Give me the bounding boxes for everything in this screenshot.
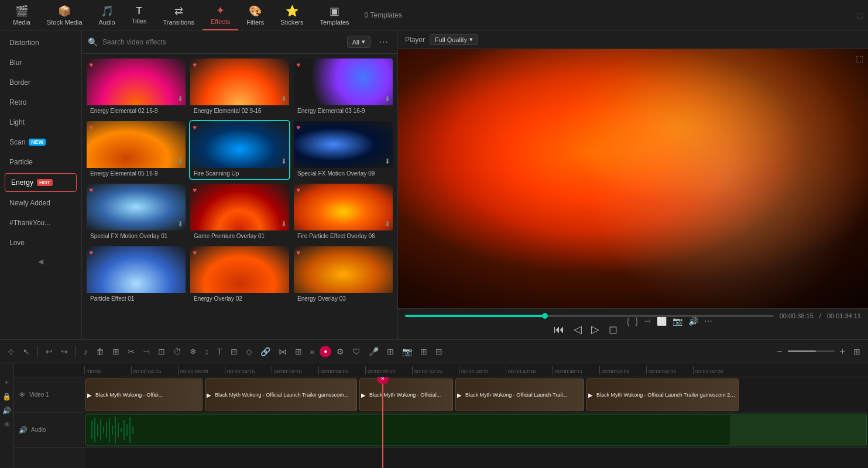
progress-bar[interactable] — [405, 315, 774, 317]
eye-icon[interactable]: 👁 — [4, 421, 11, 429]
effect-card-fire-particle-06[interactable]: ♥ ⬇ Fire Particle Effect Overlay 06 — [294, 184, 393, 242]
fullscreen-icon[interactable]: ⬜ — [657, 316, 667, 326]
mark-in-icon[interactable]: { — [627, 316, 630, 326]
toolbar-templates[interactable]: ▣ Templates — [311, 0, 357, 30]
trim-button[interactable]: ⊣ — [140, 345, 153, 359]
text-button[interactable]: T — [214, 345, 225, 359]
playhead[interactable]: ✕ — [382, 377, 383, 468]
record-button[interactable]: ● — [320, 346, 331, 357]
split-icon[interactable]: ⊣ — [644, 316, 651, 326]
mic-button[interactable]: 🎤 — [366, 345, 382, 359]
crop-button[interactable]: ⊡ — [155, 345, 168, 359]
video-clip[interactable]: ▶ Black Myth Wukong - Official Launch Tr… — [455, 378, 584, 411]
lock-icon[interactable]: 🔒 — [2, 393, 11, 401]
keyframe-button[interactable]: ◇ — [243, 345, 255, 359]
effect-card-energy-02-169[interactable]: ♥ ⬇ Energy Elemental 02 16-9 — [87, 58, 186, 116]
video-clip[interactable]: ▶ Black Myth Wukong - Official Launch Tr… — [586, 378, 739, 411]
effect-card-energy-03-169[interactable]: ♥ ⬇ Energy Elemental 03 16-9 — [294, 58, 393, 116]
transform-button[interactable]: ↕ — [202, 345, 212, 359]
sidebar-item-particle[interactable]: Particle — [0, 152, 81, 172]
sidebar-item-retro[interactable]: Retro — [0, 92, 81, 112]
add-track-icon[interactable]: + — [5, 378, 9, 387]
toolbar-stock[interactable]: 📦 Stock Media — [39, 0, 91, 30]
zoom-bar[interactable] — [788, 350, 835, 352]
toolbar-effects[interactable]: ✦ Effects — [203, 0, 238, 30]
link-button[interactable]: 🔗 — [258, 345, 273, 359]
group-button[interactable]: ⊞ — [109, 345, 122, 359]
sidebar-item-energy[interactable]: Energy HOT — [5, 173, 77, 192]
sidebar-item-thankyou[interactable]: #ThankYou... — [0, 213, 81, 233]
waveform-svg — [86, 415, 730, 445]
progress-handle[interactable] — [542, 313, 548, 319]
effect-card-game-premium-01[interactable]: ♥ ⬇ Game Premium Overlay 01 — [190, 184, 289, 242]
cut-button[interactable]: ✂ — [125, 345, 138, 359]
grid2-button[interactable]: ⊟ — [433, 345, 445, 359]
zoom-out-button[interactable]: − — [774, 344, 785, 359]
track-audio-icon[interactable]: 🔊 — [19, 426, 28, 434]
effect-card-row4-3[interactable]: ♥ Energy Overlay 03 — [294, 246, 393, 304]
more-tools-button[interactable]: » — [307, 345, 318, 359]
video-clip[interactable]: ▶ Black Myth Wukong - Official Launch Tr… — [205, 378, 357, 411]
video-clip[interactable]: ▶ Black Myth Wukong - Offici... — [85, 378, 203, 411]
toolbar-titles[interactable]: T Titles — [123, 0, 155, 30]
multitrack-button[interactable]: ⊞ — [850, 345, 863, 359]
sidebar-item-distortion[interactable]: Distortion — [0, 33, 81, 53]
sidebar-item-newly-added[interactable]: Newly Added — [0, 193, 81, 213]
effect-card-sfx-01[interactable]: ♥ ⬇ Special FX Motion Overlay 01 — [87, 184, 186, 242]
freeze-button[interactable]: ❄ — [187, 345, 200, 359]
settings-button[interactable]: ⚙ — [334, 345, 347, 359]
effects-more-button[interactable]: ⋯ — [375, 35, 392, 49]
play-button[interactable]: ▷ — [591, 323, 599, 336]
stop-button[interactable]: ◻ — [609, 323, 617, 336]
zoom-in-button[interactable]: + — [837, 344, 848, 359]
add-audio-button[interactable]: ♪ — [81, 345, 91, 359]
effect-card-sfx-09[interactable]: ♥ ⬇ Special FX Motion Overlay 09 — [294, 121, 393, 179]
align-button[interactable]: ⊞ — [384, 345, 397, 359]
effects-search-input[interactable] — [102, 38, 342, 46]
snapshot-icon[interactable]: 📷 — [673, 316, 682, 326]
transition-btn[interactable]: ⋈ — [276, 345, 290, 359]
sidebar-item-light[interactable]: Light — [0, 112, 81, 132]
sidebar-item-scan[interactable]: Scan NEW — [0, 132, 81, 152]
effect-card-energy-02-916[interactable]: ♥ ⬇ Energy Elemental 02 9-16 — [190, 58, 289, 116]
delete-button[interactable]: 🗑 — [93, 345, 107, 359]
shield-button[interactable]: 🛡 — [349, 345, 363, 359]
effect-card-row4-2[interactable]: ♥ Energy Overlay 02 — [190, 246, 289, 304]
mark-out-icon[interactable]: } — [636, 316, 639, 326]
volume-icon[interactable]: 🔊 — [688, 316, 698, 326]
quality-select[interactable]: Full Quality ▾ — [430, 34, 478, 45]
select-tool-button[interactable]: ⊹ — [5, 345, 18, 359]
sidebar-collapse-button[interactable]: ◀ — [0, 253, 81, 270]
undo-button[interactable]: ↩ — [43, 345, 56, 359]
step-back-button[interactable]: ◁ — [574, 323, 582, 336]
effects-filter-button[interactable]: All ▾ — [347, 36, 370, 48]
speaker-icon[interactable]: 🔊 — [2, 407, 11, 415]
grid-button[interactable]: ⊞ — [417, 345, 430, 359]
cursor-button[interactable]: ↖ — [20, 345, 33, 359]
fit-view-button[interactable]: ⊞ — [292, 345, 305, 359]
border-button[interactable]: ⊟ — [228, 345, 241, 359]
effect-label: Fire Particle Effect Overlay 06 — [294, 230, 393, 242]
camera-button[interactable]: 📷 — [399, 345, 415, 359]
toolbar-transitions[interactable]: ⇄ Transitions — [155, 0, 203, 30]
toolbar-audio[interactable]: 🎵 Audio — [91, 0, 123, 30]
video-clip[interactable]: ▶ Black Myth Wukong - Official... — [359, 378, 453, 411]
toolbar-media[interactable]: 🎬 Media — [5, 0, 39, 30]
track-eye-icon[interactable]: 👁 — [19, 391, 26, 399]
player-expand-icon[interactable]: ⬚ — [856, 54, 863, 63]
expand-player-icon[interactable]: ⬚ — [857, 11, 863, 19]
play-icon: ▶ — [86, 391, 93, 400]
sidebar-item-blur[interactable]: Blur — [0, 53, 81, 73]
effect-card-row4-1[interactable]: ♥ Particle Effect 01 — [87, 246, 186, 304]
sidebar-scan-label: Scan — [9, 138, 25, 146]
speed-button[interactable]: ⏱ — [170, 345, 184, 359]
go-to-start-button[interactable]: ⏮ — [554, 324, 564, 336]
effect-card-energy-05-169[interactable]: ♥ ⬇ Energy Elemental 05 16-9 — [87, 121, 186, 179]
sidebar-item-love[interactable]: Love — [0, 233, 81, 253]
toolbar-stickers[interactable]: ⭐ Stickers — [272, 0, 311, 30]
sidebar-item-border[interactable]: Border — [0, 73, 81, 92]
redo-button[interactable]: ↪ — [58, 345, 71, 359]
toolbar-filters[interactable]: 🎨 Filters — [238, 0, 272, 30]
effect-card-fire-scanning[interactable]: ♥ ⬇ Fire Scanning Up — [190, 121, 289, 179]
more-icon[interactable]: ⋯ — [704, 316, 712, 326]
